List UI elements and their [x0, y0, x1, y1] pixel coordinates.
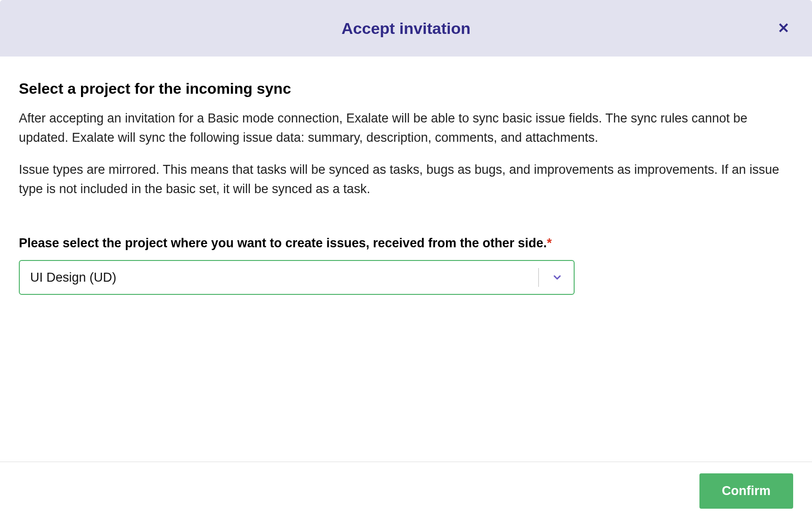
field-label-text: Please select the project where you want…: [19, 236, 547, 250]
modal-title: Accept invitation: [341, 19, 471, 38]
description-paragraph-1: After accepting an invitation for a Basi…: [19, 109, 793, 147]
project-select-value[interactable]: UI Design (UD): [20, 261, 538, 294]
description-paragraph-2: Issue types are mirrored. This means tha…: [19, 160, 793, 198]
required-marker: *: [547, 236, 552, 250]
section-heading: Select a project for the incoming sync: [19, 80, 793, 98]
select-divider: [538, 268, 539, 287]
close-button[interactable]: ✕: [774, 17, 793, 39]
project-select-label: Please select the project where you want…: [19, 236, 793, 251]
accept-invitation-modal: Accept invitation ✕ Select a project for…: [0, 0, 812, 520]
modal-footer: Confirm: [0, 462, 812, 520]
confirm-button[interactable]: Confirm: [699, 473, 794, 509]
modal-header: Accept invitation ✕: [0, 0, 812, 57]
modal-body: Select a project for the incoming sync A…: [0, 57, 812, 462]
chevron-down-icon[interactable]: [541, 272, 574, 283]
close-icon: ✕: [778, 20, 789, 36]
project-select[interactable]: UI Design (UD): [19, 260, 575, 295]
